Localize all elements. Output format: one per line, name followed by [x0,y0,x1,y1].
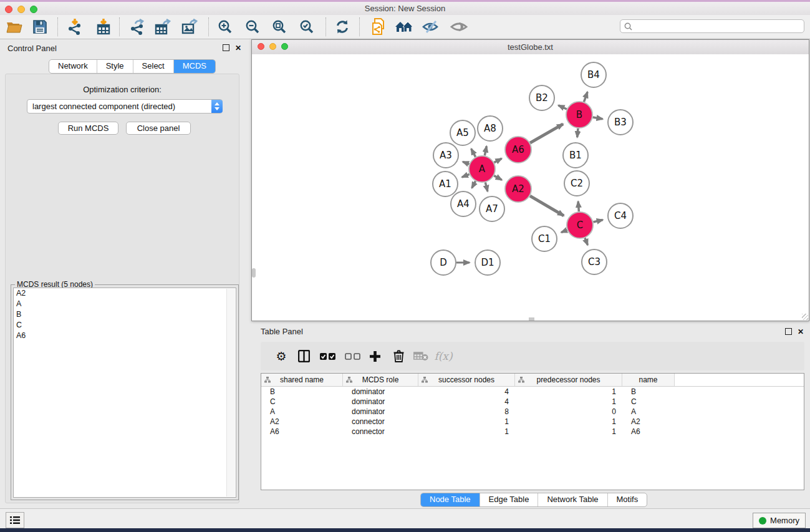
float-panel-icon[interactable] [223,44,229,51]
table-row[interactable]: Adominator80A [261,407,804,417]
tab-node-table[interactable]: Node Table [421,493,480,506]
graph-node-A2[interactable]: A2 [505,176,531,202]
tab-select[interactable]: Select [133,60,174,73]
criterion-dropdown[interactable]: largest connected component (directed) [27,99,223,114]
graph-node-D[interactable]: D [431,250,456,275]
table-row[interactable]: Bdominator41B [261,387,804,397]
export-table-icon[interactable] [152,16,174,37]
tab-motifs[interactable]: Motifs [608,493,647,506]
graph-node-C[interactable]: C [567,212,593,238]
function-builder-icon[interactable]: f(x) [433,342,454,370]
graph-node-A7[interactable]: A7 [480,196,504,221]
graph-edge-B-B4[interactable] [584,92,587,102]
graph-node-B[interactable]: B [566,102,592,128]
graph-edge-B-B2[interactable] [558,105,566,109]
graph-edge-A-A1[interactable] [462,174,470,177]
table-row[interactable]: A6connector11A6 [261,427,804,437]
horizontal-scroll-thumb[interactable] [529,317,534,321]
vertical-scroll-thumb[interactable] [252,268,256,278]
delete-column-icon[interactable] [388,342,409,370]
export-network-icon[interactable] [126,16,148,37]
graph-edge-A6-B[interactable] [530,124,563,143]
mcds-result-item[interactable]: A2 [14,288,236,299]
zoom-fit-icon[interactable] [268,16,291,37]
task-history-button[interactable] [6,512,24,528]
mcds-result-item[interactable]: A6 [14,331,236,341]
delete-table-icon[interactable] [410,342,432,370]
graph-edge-A-A4[interactable] [472,181,476,188]
select-all-icon[interactable] [317,342,338,370]
run-mcds-button[interactable]: Run MCDS [58,122,118,135]
graph-edge-A-A7[interactable] [485,182,488,191]
zoom-in-icon[interactable] [214,16,236,37]
table-row[interactable]: Cdominator41C [261,397,804,407]
tab-network-table[interactable]: Network Table [538,493,607,506]
graph-edge-A-A2[interactable] [494,176,501,180]
close-table-panel-icon[interactable]: ✕ [798,329,804,335]
graph-node-A4[interactable]: A4 [451,191,476,216]
graph-node-B2[interactable]: B2 [529,85,554,110]
graph-node-A[interactable]: A [469,156,495,182]
column-header-shared-name[interactable]: shared name [261,374,343,386]
close-panel-icon[interactable]: ✕ [235,45,241,51]
graph-node-A1[interactable]: A1 [433,172,458,196]
graph-edge-B-B1[interactable] [577,128,578,137]
graph-edge-C-C1[interactable] [561,230,567,233]
graph-node-B1[interactable]: B1 [563,143,588,168]
graph-node-A5[interactable]: A5 [450,120,475,145]
graph-edge-C-C3[interactable] [585,238,587,244]
node-table[interactable]: shared nameMCDS rolesuccessor nodesprede… [261,373,804,490]
refresh-view-icon[interactable] [331,16,354,37]
table-row[interactable]: A2connector11A2 [261,417,804,427]
graph-node-A6[interactable]: A6 [505,137,531,163]
mcds-result-item[interactable]: A [14,299,236,309]
resize-grip[interactable] [802,314,808,320]
graph-edge-A-A3[interactable] [463,162,469,164]
import-table-icon[interactable] [92,16,115,37]
column-header-predecessor-nodes[interactable]: predecessor nodes [515,374,622,386]
graph-node-A8[interactable]: A8 [478,116,503,141]
graph-edge-A2-C[interactable] [530,196,564,216]
duplicate-network-icon[interactable] [368,16,390,37]
tab-mcds[interactable]: MCDS [174,60,215,73]
hide-selected-icon[interactable] [420,16,442,37]
import-network-icon[interactable] [64,16,86,37]
float-table-panel-icon[interactable] [785,328,792,335]
graph-edge-C-C4[interactable] [593,220,602,223]
graph-node-B4[interactable]: B4 [581,62,606,87]
settings-icon[interactable]: ⚙ [271,342,292,370]
graph-edge-B-B3[interactable] [593,117,603,119]
graph-edge-C-C2[interactable] [578,201,579,211]
column-header-successor-nodes[interactable]: successor nodes [418,374,515,386]
graph-edge-A-A8[interactable] [485,146,486,155]
zoom-out-icon[interactable] [241,16,264,37]
graph-node-D1[interactable]: D1 [475,250,500,275]
tab-network[interactable]: Network [49,60,97,73]
column-header-name[interactable]: name [622,374,675,386]
graph-edge-A-A5[interactable] [471,149,476,157]
graph-node-A3[interactable]: A3 [433,143,458,168]
network-canvas[interactable]: AA1A2A3A4A5A6A7A8BB1B2B3B4CC1C2C3C4DD1 [252,54,809,321]
graph-node-B3[interactable]: B3 [608,110,633,135]
graph-node-C2[interactable]: C2 [564,171,589,196]
zoom-selected-icon[interactable] [296,16,318,37]
graph-node-C3[interactable]: C3 [582,249,607,274]
mcds-result-item[interactable]: C [14,320,236,331]
close-panel-button[interactable]: Close panel [126,122,191,135]
search-input[interactable] [635,21,800,31]
network-window-titlebar[interactable]: testGlobe.txt [252,40,809,55]
save-session-icon[interactable] [29,16,51,37]
add-column-icon[interactable] [364,342,385,370]
graph-edge-A-A6[interactable] [494,158,501,162]
open-session-icon[interactable] [3,16,26,37]
tab-edge-table[interactable]: Edge Table [480,493,539,506]
show-all-icon[interactable] [448,16,470,37]
graph-node-C1[interactable]: C1 [532,226,557,251]
tab-style[interactable]: Style [97,60,133,73]
graph-node-C4[interactable]: C4 [608,203,633,228]
column-header-MCDS-role[interactable]: MCDS role [343,374,418,386]
memory-button[interactable]: Memory [753,513,806,528]
mcds-result-item[interactable]: B [14,309,236,320]
deselect-all-icon[interactable] [342,342,363,370]
column-view-icon[interactable] [293,342,314,370]
